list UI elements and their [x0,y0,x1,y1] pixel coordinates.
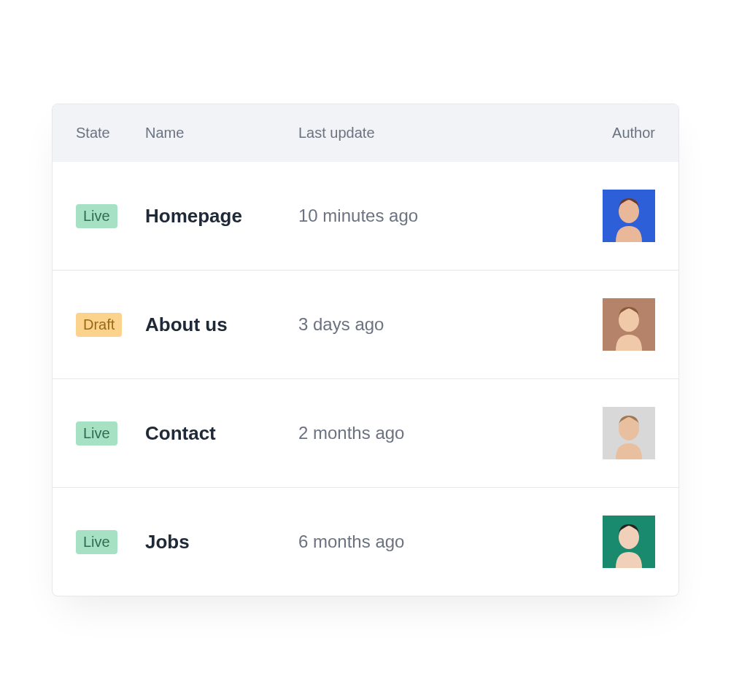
status-badge: Live [76,204,117,228]
table-row[interactable]: LiveHomepage10 minutes ago [53,162,678,270]
last-update-cell: 6 months ago [298,532,582,552]
header-last-update: Last update [298,125,582,141]
name-cell: Homepage [145,205,298,228]
avatar[interactable] [603,407,655,459]
author-cell [582,516,655,568]
header-name: Name [145,125,298,141]
state-cell: Draft [76,313,145,337]
table-row[interactable]: LiveContact2 months ago [53,378,678,487]
name-cell: Jobs [145,531,298,553]
content-table: State Name Last update Author LiveHomepa… [52,104,679,596]
status-badge: Live [76,421,117,446]
status-badge: Live [76,530,117,554]
state-cell: Live [76,530,145,554]
author-cell [582,298,655,351]
state-cell: Live [76,421,145,446]
table-body: LiveHomepage10 minutes ago DraftAbout us… [53,162,678,596]
last-update-cell: 2 months ago [298,423,582,443]
last-update-cell: 10 minutes ago [298,206,582,226]
author-cell [582,407,655,459]
table-row[interactable]: LiveJobs6 months ago [53,487,678,596]
name-cell: Contact [145,422,298,445]
header-author: Author [582,125,655,141]
table-row[interactable]: DraftAbout us3 days ago [53,270,678,378]
avatar[interactable] [603,190,655,242]
author-cell [582,190,655,242]
avatar[interactable] [603,516,655,568]
name-cell: About us [145,314,298,336]
last-update-cell: 3 days ago [298,314,582,335]
header-state: State [76,125,145,141]
state-cell: Live [76,204,145,228]
table-header: State Name Last update Author [53,104,678,162]
status-badge: Draft [76,313,122,337]
avatar[interactable] [603,298,655,351]
